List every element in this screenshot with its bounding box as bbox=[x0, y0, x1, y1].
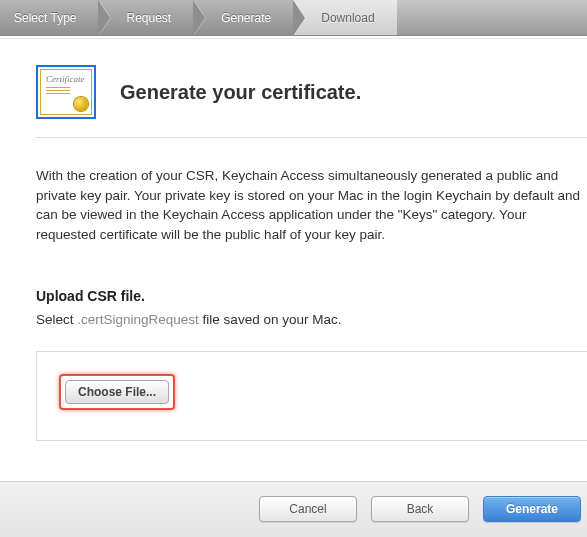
breadcrumb-label: Select Type bbox=[14, 11, 76, 25]
choose-file-button[interactable]: Choose File... bbox=[65, 380, 169, 404]
cancel-button[interactable]: Cancel bbox=[259, 496, 357, 522]
generate-button[interactable]: Generate bbox=[483, 496, 581, 522]
footer-actions: Cancel Back Generate bbox=[0, 481, 587, 537]
main-content: With the creation of your CSR, Keychain … bbox=[0, 138, 587, 481]
page-header: Certificate Generate your certificate. bbox=[0, 39, 587, 137]
back-button[interactable]: Back bbox=[371, 496, 469, 522]
breadcrumb-label: Download bbox=[321, 11, 374, 25]
breadcrumb-step-generate[interactable]: Generate bbox=[193, 0, 293, 35]
breadcrumb-step-select-type[interactable]: Select Type bbox=[0, 0, 98, 35]
certificate-icon: Certificate bbox=[36, 65, 96, 119]
upload-area: Choose File... bbox=[36, 351, 587, 441]
upload-instruction: Select .certSigningRequest file saved on… bbox=[36, 312, 587, 327]
certificate-icon-label: Certificate bbox=[46, 74, 86, 84]
breadcrumb-step-download: Download bbox=[293, 0, 396, 35]
breadcrumb-step-request[interactable]: Request bbox=[98, 0, 193, 35]
breadcrumb-label: Request bbox=[126, 11, 171, 25]
seal-icon bbox=[74, 97, 88, 111]
breadcrumb: Select Type Request Generate Download bbox=[0, 0, 587, 36]
highlight-box: Choose File... bbox=[59, 374, 175, 410]
upload-heading: Upload CSR file. bbox=[36, 288, 587, 304]
breadcrumb-label: Generate bbox=[221, 11, 271, 25]
file-extension: .certSigningRequest bbox=[77, 312, 199, 327]
description-text: With the creation of your CSR, Keychain … bbox=[36, 166, 587, 244]
page-title: Generate your certificate. bbox=[120, 81, 361, 104]
